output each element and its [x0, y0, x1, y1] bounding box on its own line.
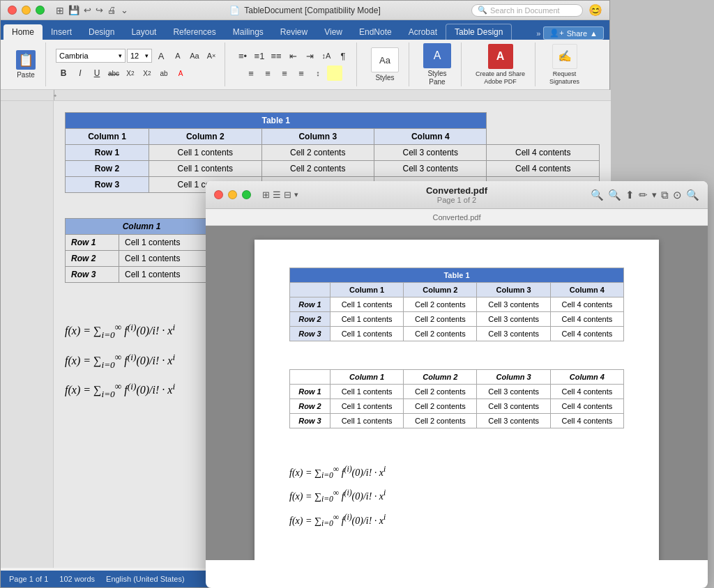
align-left-button[interactable]: ≡: [243, 65, 259, 81]
grid-view-icon[interactable]: ⊞: [262, 189, 270, 200]
highlight-button[interactable]: ab: [156, 65, 172, 81]
align-center-button[interactable]: ≡: [260, 65, 275, 81]
paste-button[interactable]: 📋 Paste: [12, 47, 40, 82]
r1c4: Cell 4 contents: [487, 145, 600, 161]
para-row2: ≡ ≡ ≡ ≡ ↕: [243, 65, 342, 81]
tab-acrobat[interactable]: Acrobat: [400, 24, 446, 40]
doc-icon: 📄: [229, 6, 240, 15]
partial-row3: Row 3: [66, 267, 119, 283]
italic-button[interactable]: I: [73, 65, 88, 81]
line-spacing-button[interactable]: ↕: [310, 65, 326, 81]
row3-header: Row 3: [66, 177, 149, 193]
window-title: 📄 TableDocument [Compatibility Mode]: [229, 6, 380, 15]
request-signatures-section: ✍ RequestSignatures: [540, 42, 589, 86]
underline-button[interactable]: U: [89, 65, 105, 81]
dropdown-icon: ▾: [119, 52, 122, 59]
pdf-content[interactable]: Table 1 Column 1 Column 2 Column 3 Colum…: [206, 226, 708, 560]
pdf-edit-icon[interactable]: ✏: [639, 189, 648, 201]
pdf-maximize-button[interactable]: [242, 190, 251, 199]
tab-table-design[interactable]: Table Design: [446, 24, 512, 40]
title-bar-right: 🔍 Search in Document 😊: [471, 3, 602, 17]
pdf-t1-col1: Column 1: [330, 283, 403, 297]
bullets-button[interactable]: ≡•: [235, 48, 250, 63]
table-title-cell: Table 1: [66, 113, 487, 129]
tab-design[interactable]: Design: [80, 24, 123, 40]
pdf-t1-row2: Row 2: [290, 312, 331, 327]
paste-section: 📋 Paste: [6, 42, 46, 86]
shading-button[interactable]: [327, 65, 342, 81]
decrease-indent-button[interactable]: ⇤: [285, 48, 301, 63]
strikethrough-button[interactable]: abc: [106, 65, 121, 81]
sort-button[interactable]: ↕A: [319, 48, 334, 63]
styles-button[interactable]: Aa Styles: [367, 45, 403, 84]
col4-header: Column 4: [374, 129, 487, 145]
word-count: 102 words: [59, 575, 95, 583]
maximize-button[interactable]: [36, 6, 45, 15]
tab-view[interactable]: View: [316, 24, 351, 40]
font-row1: Cambria ▾ 12 ▾ A A Aa A×: [56, 48, 219, 63]
clear-format-button[interactable]: A×: [204, 48, 219, 63]
r1c2: Cell 2 contents: [261, 145, 374, 161]
tab-insert[interactable]: Insert: [43, 24, 80, 40]
pdf-nav-icon[interactable]: ⊙: [673, 189, 682, 201]
font-color-button[interactable]: A: [173, 65, 188, 81]
pdf-table1: Table 1 Column 1 Column 2 Column 3 Colum…: [289, 268, 624, 341]
show-para-button[interactable]: ¶: [335, 48, 351, 63]
grid-icon: ⊞: [56, 5, 64, 16]
align-right-button[interactable]: ≡: [277, 65, 292, 81]
close-button[interactable]: [8, 6, 17, 15]
tab-references[interactable]: References: [165, 24, 224, 40]
change-case-button[interactable]: Aa: [187, 48, 202, 63]
pdf-search-icon[interactable]: 🔍: [591, 189, 604, 201]
numbering-button[interactable]: ≡1: [252, 48, 267, 63]
dropdown-pages-icon[interactable]: ▾: [294, 190, 298, 199]
left-margin-ruler: [1, 101, 54, 568]
styles-pane-button[interactable]: A StylesPane: [419, 40, 455, 89]
search-input[interactable]: 🔍 Search in Document: [471, 4, 583, 17]
tab-mailings[interactable]: Mailings: [225, 24, 272, 40]
pdf-title-bar: ⊞ ☰ ⊟ ▾ Converted.pdf Page 1 of 2 🔍 🔍 ⬆ …: [206, 181, 708, 209]
pdf-zoom-search-icon[interactable]: 🔍: [686, 189, 699, 201]
multilevel-button[interactable]: ≡≡: [268, 48, 284, 63]
shrink-font-button[interactable]: A: [170, 48, 185, 63]
font-size-select[interactable]: 12 ▾: [127, 49, 152, 63]
save-icon[interactable]: 💾: [68, 5, 79, 15]
pdf-filename-bar: Converted.pdf: [206, 209, 708, 226]
increase-indent-button[interactable]: ⇥: [302, 48, 317, 63]
superscript-button[interactable]: X2: [139, 65, 155, 81]
pdf-minimize-button[interactable]: [228, 190, 237, 199]
pdf-table1-title: Table 1: [290, 268, 624, 283]
undo-icon[interactable]: ↩: [84, 5, 91, 15]
chevron-up-icon: ▲: [590, 29, 598, 38]
row2-header: Row 2: [66, 161, 149, 177]
print-icon[interactable]: 🖨: [107, 5, 116, 15]
create-share-button[interactable]: A Create and ShareAdobe PDF: [471, 41, 529, 88]
pdf-t2-col1: Column 1: [330, 370, 403, 385]
subscript-button[interactable]: X2: [123, 65, 138, 81]
minimize-button[interactable]: [22, 6, 31, 15]
share-button[interactable]: 👤+ Styles Share ▲: [543, 26, 604, 40]
request-signatures-button[interactable]: ✍ RequestSignatures: [545, 41, 584, 88]
tab-endnote[interactable]: EndNote: [351, 24, 400, 40]
more-tabs-icon[interactable]: »: [536, 29, 540, 38]
font-name-select[interactable]: Cambria ▾: [56, 49, 126, 63]
pdf-filename-title: Converted.pdf: [426, 185, 487, 196]
pdf-t2-col4: Column 4: [550, 370, 623, 385]
grow-font-button[interactable]: A: [153, 48, 169, 63]
pdf-close-button[interactable]: [214, 190, 223, 199]
more-icon[interactable]: ⌄: [121, 5, 128, 15]
tab-home[interactable]: Home: [3, 24, 43, 40]
justify-button[interactable]: ≡: [294, 65, 309, 81]
tab-layout[interactable]: Layout: [123, 24, 165, 40]
col1-header: Column 1: [66, 129, 149, 145]
pdf-t1-col3: Column 3: [477, 283, 550, 297]
pdf-more-edit-icon[interactable]: ▾: [652, 189, 657, 200]
redo-icon[interactable]: ↪: [96, 5, 103, 15]
pdf-copy-icon[interactable]: ⧉: [661, 189, 669, 201]
columns-view-icon[interactable]: ⊟: [284, 189, 291, 200]
bold-button[interactable]: B: [56, 65, 71, 81]
list-view-icon[interactable]: ☰: [273, 189, 281, 200]
pdf-share-icon[interactable]: ⬆: [625, 189, 635, 201]
pdf-zoom-out-icon[interactable]: 🔍: [608, 189, 621, 201]
tab-review[interactable]: Review: [272, 24, 316, 40]
